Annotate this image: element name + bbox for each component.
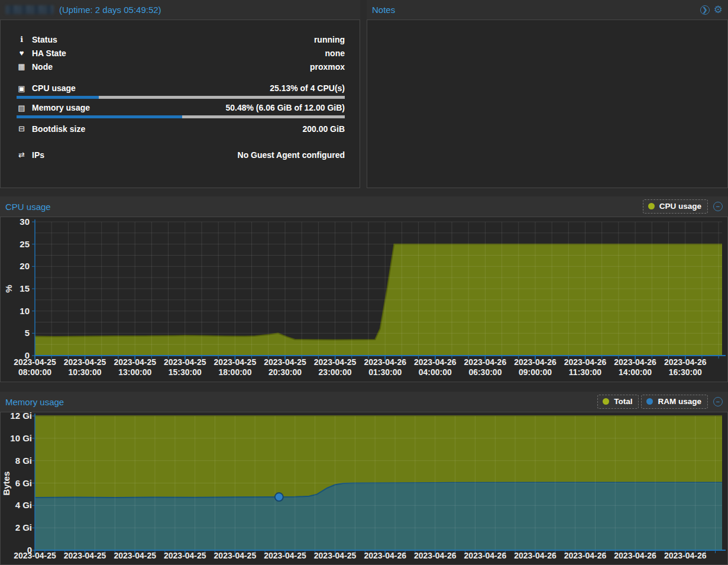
- legend-dot: [646, 398, 653, 405]
- collapse-icon[interactable]: −: [713, 397, 723, 406]
- svg-text:6 Gi: 6 Gi: [15, 478, 32, 488]
- legend-item-cpu-usage[interactable]: CPU usage: [643, 199, 708, 214]
- ha-state-row: ♥ HA State none: [17, 46, 345, 60]
- memory-usage-progressbar: [17, 115, 345, 118]
- ips-row: ⇄ IPs No Guest Agent configured: [17, 148, 345, 162]
- cpu-chart-panel: CPU usage CPU usage − 2023-04-2508:00:00…: [0, 196, 728, 382]
- notes-title: Notes: [372, 5, 395, 15]
- svg-text:2023-04-25: 2023-04-25: [314, 357, 357, 367]
- svg-text:20: 20: [20, 261, 30, 271]
- svg-text:2023-04-25: 2023-04-25: [264, 551, 306, 560]
- svg-text:14:00:00: 14:00:00: [619, 367, 652, 377]
- bootdisk-label: Bootdisk size: [32, 124, 85, 134]
- svg-text:16:30:00: 16:30:00: [669, 367, 702, 377]
- svg-text:15:30:00: 15:30:00: [169, 367, 202, 377]
- svg-text:20:30:00: 20:30:00: [268, 367, 302, 377]
- svg-text:2023-04-26: 2023-04-26: [414, 551, 457, 560]
- notes-body: [367, 20, 728, 188]
- vm-status-panel: (Uptime: 2 days 05:49:52) ℹ Status runni…: [0, 0, 360, 188]
- svg-text:2023-04-26: 2023-04-26: [614, 551, 656, 560]
- svg-text:11:30:00: 11:30:00: [569, 367, 601, 377]
- cpu-chart-title: CPU usage: [5, 202, 51, 212]
- cpu-usage-progressbar: [17, 96, 345, 99]
- svg-text:2023-04-25: 2023-04-25: [64, 551, 106, 560]
- svg-text:2023-04-26: 2023-04-26: [414, 357, 457, 367]
- building-icon: ▦: [17, 62, 27, 71]
- svg-text:8 Gi: 8 Gi: [15, 456, 32, 466]
- svg-text:23:00:00: 23:00:00: [319, 367, 352, 377]
- svg-text:4 Gi: 4 Gi: [15, 500, 32, 510]
- svg-text:2023-04-26: 2023-04-26: [664, 551, 707, 560]
- expand-notes-icon[interactable]: ❯: [700, 5, 710, 15]
- notes-header: Notes ❯ ⚙: [367, 0, 728, 20]
- cpu-chart-legend: CPU usage: [643, 199, 708, 214]
- memory-usage-value: 50.48% (6.06 GiB of 12.00 GiB): [225, 103, 345, 112]
- svg-text:2023-04-25: 2023-04-25: [114, 551, 156, 560]
- status-value: running: [314, 35, 345, 44]
- memory-chart-body: 2023-04-252023-04-252023-04-252023-04-25…: [0, 412, 728, 565]
- cpu-usage-progress-fill: [17, 96, 99, 99]
- exchange-icon: ⇄: [17, 150, 27, 159]
- memory-icon: ▤: [17, 104, 27, 112]
- svg-text:01:30:00: 01:30:00: [368, 367, 402, 377]
- gear-icon[interactable]: ⚙: [714, 5, 723, 15]
- svg-text:18:00:00: 18:00:00: [218, 367, 251, 377]
- svg-text:2 Gi: 2 Gi: [15, 522, 32, 532]
- svg-text:25: 25: [20, 239, 30, 249]
- cpu-usage-chart[interactable]: 2023-04-2508:00:002023-04-2510:30:002023…: [1, 217, 727, 382]
- svg-text:2023-04-26: 2023-04-26: [514, 357, 556, 367]
- svg-text:04:00:00: 04:00:00: [419, 367, 452, 377]
- memory-chart-title: Memory usage: [5, 397, 64, 407]
- cpu-icon: ▣: [17, 84, 27, 93]
- node-value: proxmox: [310, 62, 345, 72]
- legend-item-ram-usage[interactable]: RAM usage: [641, 395, 708, 409]
- legend-item-total[interactable]: Total: [597, 395, 639, 409]
- svg-text:2023-04-26: 2023-04-26: [664, 357, 707, 367]
- ips-label: IPs: [32, 150, 44, 160]
- svg-text:Bytes: Bytes: [1, 472, 11, 496]
- info-icon: ℹ: [17, 35, 27, 44]
- svg-text:2023-04-25: 2023-04-25: [214, 551, 257, 560]
- bootdisk-value: 200.00 GiB: [302, 124, 345, 134]
- svg-text:0: 0: [25, 350, 30, 360]
- svg-text:10:30:00: 10:30:00: [69, 367, 102, 377]
- bootdisk-row: ⊟ Bootdisk size 200.00 GiB: [17, 122, 345, 135]
- status-label: Status: [32, 35, 57, 44]
- harddisk-icon: ⊟: [17, 124, 27, 133]
- node-label: Node: [32, 62, 53, 72]
- svg-text:2023-04-25: 2023-04-25: [64, 357, 106, 367]
- svg-text:2023-04-25: 2023-04-25: [314, 551, 357, 560]
- memory-usage-row: ▤ Memory usage 50.48% (6.06 GiB of 12.00…: [17, 102, 345, 118]
- collapse-icon[interactable]: −: [713, 202, 723, 211]
- svg-text:10: 10: [20, 306, 30, 316]
- vm-status-header: (Uptime: 2 days 05:49:52): [0, 0, 360, 20]
- svg-text:2023-04-26: 2023-04-26: [364, 551, 406, 560]
- svg-text:06:30:00: 06:30:00: [468, 367, 501, 377]
- svg-text:2023-04-26: 2023-04-26: [464, 551, 507, 560]
- svg-text:09:00:00: 09:00:00: [519, 367, 552, 377]
- svg-text:2023-04-25: 2023-04-25: [164, 551, 206, 560]
- svg-text:2023-04-26: 2023-04-26: [514, 551, 556, 560]
- node-row: ▦ Node proxmox: [17, 60, 345, 73]
- ips-value: No Guest Agent configured: [238, 150, 345, 160]
- svg-text:2023-04-26: 2023-04-26: [614, 357, 656, 367]
- memory-usage-progress-fill: [17, 115, 182, 118]
- memory-chart-header: Memory usage Total RAM usage −: [0, 392, 728, 412]
- status-row: ℹ Status running: [17, 33, 345, 46]
- svg-text:2023-04-25: 2023-04-25: [264, 357, 306, 367]
- cpu-chart-body: 2023-04-2508:00:002023-04-2510:30:002023…: [0, 217, 728, 382]
- vm-status-body: ℹ Status running ♥ HA State none ▦ Node …: [0, 20, 360, 188]
- svg-text:12 Gi: 12 Gi: [10, 412, 32, 421]
- svg-text:2023-04-26: 2023-04-26: [464, 357, 507, 367]
- svg-text:5: 5: [25, 328, 30, 338]
- svg-text:08:00:00: 08:00:00: [18, 367, 51, 377]
- cpu-usage-row: ▣ CPU usage 25.13% of 4 CPU(s): [17, 83, 345, 99]
- legend-dot: [603, 398, 609, 405]
- memory-chart-panel: Memory usage Total RAM usage − 2023-04-2…: [0, 392, 728, 565]
- memory-usage-chart[interactable]: 2023-04-252023-04-252023-04-252023-04-25…: [1, 412, 727, 564]
- svg-text:2023-04-25: 2023-04-25: [14, 357, 56, 367]
- svg-text:30: 30: [20, 217, 30, 227]
- svg-text:13:00:00: 13:00:00: [118, 367, 151, 377]
- heartbeat-icon: ♥: [17, 49, 27, 57]
- cpu-usage-label: CPU usage: [32, 83, 76, 93]
